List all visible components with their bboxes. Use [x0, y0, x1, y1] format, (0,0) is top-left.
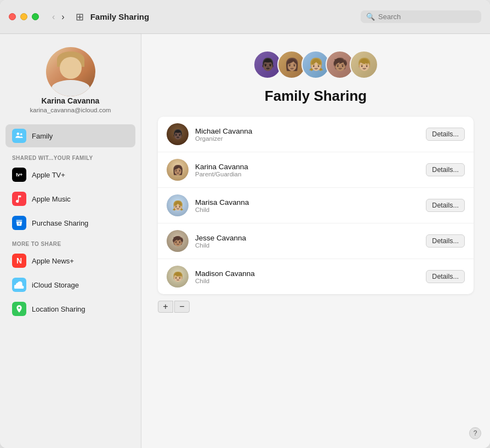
user-avatar — [46, 47, 95, 96]
member-role-3: Child — [195, 242, 419, 249]
applenews-label: Apple News+ — [32, 257, 74, 265]
sidebar-main-section: Family — [0, 124, 141, 150]
sidebar-item-icloud[interactable]: iCloud Storage — [5, 273, 135, 296]
grid-icon[interactable]: ⊞ — [76, 11, 84, 23]
titlebar: ‹ › ⊞ Family Sharing 🔍 — [0, 0, 490, 34]
table-row: 👧🏼 Marisa Cavanna Child Details... — [158, 188, 474, 223]
icloud-label: iCloud Storage — [32, 281, 79, 289]
search-bar[interactable]: 🔍 — [361, 10, 481, 23]
family-avatars: 👨🏿 👩🏽 👧🏼 🧒🏽 👦🏼 — [253, 50, 378, 79]
details-button-1[interactable]: Details... — [426, 163, 465, 176]
member-avatar-3: 🧒🏽 — [167, 230, 189, 252]
user-email: karina_cavanna@icloud.com — [30, 107, 111, 113]
member-name-4: Madison Cavanna — [195, 269, 419, 278]
table-actions: + − — [158, 301, 190, 313]
more-section: MORE TO SHARE N Apple News+ iCloud Stora… — [0, 236, 141, 321]
svg-point-0 — [17, 133, 20, 135]
applemusic-icon — [12, 192, 26, 206]
member-role-1: Parent/Guardian — [195, 171, 419, 177]
member-info-3: Jesse Cavanna Child — [195, 234, 419, 249]
applenews-icon: N — [12, 254, 26, 268]
shared-section-label: SHARED WIT...YOUR FAMILY — [5, 150, 135, 163]
table-row: 👦🏼 Madison Cavanna Child Details... — [158, 259, 474, 294]
sidebar: Karina Cavanna karina_cavanna@icloud.com… — [0, 34, 141, 448]
more-section-label: MORE TO SHARE — [5, 236, 135, 249]
remove-member-button[interactable]: − — [174, 301, 190, 313]
icloud-icon — [12, 278, 26, 292]
sidebar-item-location[interactable]: Location Sharing — [5, 297, 135, 320]
user-name: Karina Cavanna — [42, 96, 100, 105]
family-icon — [12, 129, 26, 143]
member-avatar-2: 👧🏼 — [167, 194, 189, 216]
details-button-3[interactable]: Details... — [426, 234, 465, 248]
close-button[interactable] — [9, 13, 16, 20]
appletv-icon: tv+ — [12, 168, 26, 182]
details-button-2[interactable]: Details... — [426, 199, 465, 212]
back-button[interactable]: ‹ — [50, 11, 57, 23]
member-avatar-4: 👦🏼 — [167, 266, 189, 288]
forward-button[interactable]: › — [59, 11, 66, 23]
members-table: 👨🏿 Michael Cavanna Organizer Details... … — [158, 117, 474, 294]
window-title: Family Sharing — [90, 12, 354, 21]
member-avatar-1: 👩🏽 — [167, 159, 189, 181]
member-info-4: Madison Cavanna Child — [195, 269, 419, 284]
maximize-button[interactable] — [32, 13, 39, 20]
location-label: Location Sharing — [32, 305, 86, 313]
appletv-label: Apple TV+ — [32, 171, 65, 179]
location-icon — [12, 302, 26, 316]
sidebar-item-purchase[interactable]: Purchase Sharing — [5, 211, 135, 234]
member-name-2: Marisa Cavanna — [195, 198, 419, 206]
shared-section: SHARED WIT...YOUR FAMILY tv+ Apple TV+ A… — [0, 150, 141, 236]
main-content: 👨🏿 👩🏽 👧🏼 🧒🏽 👦🏼 Family Sharing 👨🏿 Michael… — [141, 34, 490, 448]
table-row: 👩🏽 Karina Cavanna Parent/Guardian Detail… — [158, 152, 474, 188]
member-avatar-0: 👨🏿 — [167, 123, 189, 145]
family-label: Family — [32, 132, 53, 140]
sidebar-item-appletv[interactable]: tv+ Apple TV+ — [5, 163, 135, 186]
member-name-0: Michael Cavanna — [195, 127, 419, 135]
member-role-4: Child — [195, 278, 419, 284]
minimize-button[interactable] — [20, 13, 27, 20]
member-info-2: Marisa Cavanna Child — [195, 198, 419, 213]
svg-point-1 — [20, 133, 22, 135]
add-member-button[interactable]: + — [158, 301, 173, 313]
nav-buttons: ‹ › — [50, 11, 67, 23]
member-info-0: Michael Cavanna Organizer — [195, 127, 419, 142]
help-button[interactable]: ? — [469, 427, 481, 439]
traffic-lights — [9, 13, 39, 20]
member-role-0: Organizer — [195, 135, 419, 142]
search-icon: 🔍 — [366, 13, 375, 21]
purchase-icon — [12, 216, 26, 230]
details-button-0[interactable]: Details... — [426, 128, 465, 141]
table-row: 🧒🏽 Jesse Cavanna Child Details... — [158, 223, 474, 259]
member-info-1: Karina Cavanna Parent/Guardian — [195, 163, 419, 177]
member-name-3: Jesse Cavanna — [195, 234, 419, 242]
page-title: Family Sharing — [265, 88, 367, 105]
sidebar-item-applemusic[interactable]: Apple Music — [5, 187, 135, 210]
details-button-4[interactable]: Details... — [426, 270, 465, 283]
sidebar-item-applenews[interactable]: N Apple News+ — [5, 249, 135, 272]
sidebar-item-family[interactable]: Family — [5, 124, 135, 147]
member-name-1: Karina Cavanna — [195, 163, 419, 171]
content-area: Karina Cavanna karina_cavanna@icloud.com… — [0, 34, 490, 448]
search-input[interactable] — [378, 13, 466, 21]
applemusic-label: Apple Music — [32, 195, 71, 203]
main-window: ‹ › ⊞ Family Sharing 🔍 Karina Cavanna ka… — [0, 0, 490, 448]
member-role-2: Child — [195, 206, 419, 213]
table-row: 👨🏿 Michael Cavanna Organizer Details... — [158, 117, 474, 152]
family-avatar-5: 👦🏼 — [350, 50, 378, 79]
purchase-label: Purchase Sharing — [32, 219, 88, 227]
